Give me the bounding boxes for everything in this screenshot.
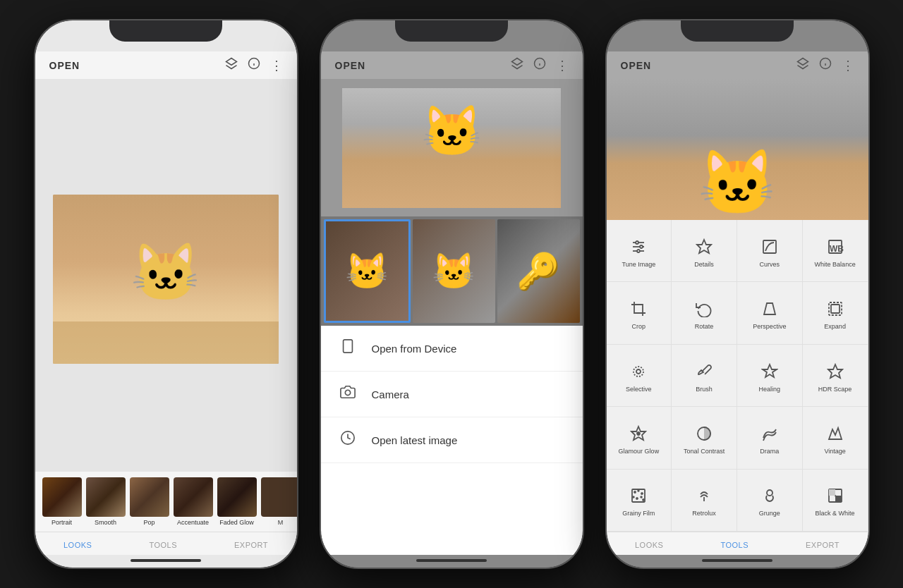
svg-marker-12 (797, 59, 808, 66)
nav-export-1[interactable]: EXPORT (234, 541, 268, 549)
tools-photo-area (607, 79, 868, 220)
latest-image-item[interactable]: Open latest image (321, 417, 583, 463)
tool-label-retrolux: Retrolux (692, 510, 716, 517)
gallery-item-1[interactable]: 🐱 (324, 219, 411, 323)
tool-hdr[interactable]: HDR Scape (803, 345, 868, 407)
layers-icon-3[interactable] (796, 57, 809, 73)
retrolux-icon (696, 485, 713, 506)
filter-label-accentuate: Accentuate (177, 519, 209, 526)
filter-label-pop: Pop (143, 519, 154, 526)
notch-3 (681, 20, 794, 42)
tool-crop[interactable]: Crop (607, 282, 672, 344)
tool-details[interactable]: Details (672, 220, 737, 282)
open-title-3: OPEN (621, 60, 652, 71)
tool-healing[interactable]: Healing (737, 345, 803, 407)
cat-image-1 (53, 195, 279, 364)
filter-thumb-smooth (86, 477, 126, 517)
screen-1: OPEN ⋮ (35, 20, 297, 568)
tool-tune-image[interactable]: Tune Image (607, 220, 672, 282)
layers-icon-1[interactable] (225, 57, 238, 73)
gallery-strip: 🐱 🐱 🔑 (321, 216, 583, 326)
svg-point-43 (636, 498, 638, 499)
tool-white-balance[interactable]: WB White Balance (803, 220, 868, 282)
top-bar-icons-3: ⋮ (796, 57, 854, 73)
info-icon-2[interactable] (533, 57, 546, 73)
phone-3: OPEN ⋮ (605, 19, 870, 569)
filter-strip: Portrait Smooth Pop Accentuate Faded Glo… (35, 472, 297, 532)
svg-marker-29 (764, 303, 775, 314)
tool-label-vintage: Vintage (824, 448, 845, 455)
info-icon-3[interactable] (819, 57, 832, 73)
gallery-item-2[interactable]: 🐱 (413, 219, 495, 323)
tool-brush[interactable]: Brush (672, 345, 737, 407)
tool-expand[interactable]: Expand (803, 282, 868, 344)
notch-2 (395, 20, 508, 42)
filter-faded-glow[interactable]: Faded Glow (217, 477, 257, 526)
more-icon-3[interactable]: ⋮ (842, 58, 854, 73)
gallery-item-3[interactable]: 🔑 (497, 219, 580, 323)
tool-label-brush: Brush (696, 386, 713, 393)
camera-item[interactable]: Camera (321, 372, 583, 417)
top-bar-icons-2: ⋮ (511, 57, 569, 73)
svg-text:WB: WB (830, 244, 844, 254)
nav-looks-3[interactable]: LOOKS (635, 541, 663, 549)
filter-thumb-faded (217, 477, 257, 517)
device-icon (338, 338, 358, 358)
tool-label-rotate: Rotate (695, 323, 714, 331)
tool-tonal[interactable]: Tonal Contrast (672, 407, 737, 469)
svg-point-33 (634, 367, 643, 376)
tool-rotate[interactable]: Rotate (672, 282, 737, 344)
tool-label-hdr: HDR Scape (818, 386, 852, 393)
tool-label-tune: Tune Image (622, 261, 656, 269)
open-from-device-item[interactable]: Open from Device (321, 326, 583, 372)
filter-label-faded: Faded Glow (219, 519, 254, 526)
info-icon-1[interactable] (248, 57, 260, 73)
svg-marker-4 (511, 59, 522, 66)
more-icon-1[interactable]: ⋮ (270, 58, 283, 73)
filter-accentuate[interactable]: Accentuate (174, 477, 213, 526)
latest-label: Open latest image (372, 434, 458, 446)
grainy-icon (630, 485, 647, 506)
bottom-nav-1: LOOKS TOOLS EXPORT (35, 532, 297, 555)
tool-label-glamour: Glamour Glow (619, 448, 660, 455)
filter-smooth[interactable]: Smooth (86, 477, 126, 526)
nav-export-3[interactable]: EXPORT (806, 541, 840, 549)
nav-looks-1[interactable]: LOOKS (63, 541, 92, 549)
tool-glamour[interactable]: Glamour Glow (607, 407, 672, 469)
preview-photo: 🐱 (342, 88, 561, 208)
tool-grainy[interactable]: Grainy Film (607, 470, 672, 532)
grunge-icon (761, 485, 778, 506)
tool-curves[interactable]: Curves (737, 220, 803, 282)
tool-retrolux[interactable]: Retrolux (672, 470, 737, 532)
svg-point-36 (637, 432, 640, 435)
nav-tools-3[interactable]: TOOLS (720, 541, 749, 549)
more-icon-2[interactable]: ⋮ (556, 58, 569, 73)
bottom-nav-3: LOOKS TOOLS EXPORT (607, 532, 868, 555)
filter-portrait[interactable]: Portrait (42, 477, 82, 526)
camera-icon (338, 384, 358, 404)
svg-rect-31 (831, 305, 840, 313)
bw-icon (827, 485, 844, 506)
tool-bw[interactable]: Black & White (803, 470, 868, 532)
open-menu: Open from Device Camera (321, 326, 583, 555)
svg-rect-49 (829, 489, 835, 496)
tool-selective[interactable]: Selective (607, 345, 672, 407)
tool-vintage[interactable]: Vintage (803, 407, 868, 469)
tool-perspective[interactable]: Perspective (737, 282, 803, 344)
nav-tools-1[interactable]: TOOLS (149, 541, 177, 549)
expand-icon (827, 298, 844, 319)
layers-icon-2[interactable] (511, 57, 523, 73)
curves-icon (761, 236, 778, 257)
filter-label-smooth: Smooth (95, 519, 116, 526)
filter-label-m: M (278, 519, 284, 526)
tune-icon (630, 236, 647, 257)
top-bar-3: OPEN ⋮ (607, 51, 868, 79)
filter-pop[interactable]: Pop (130, 477, 169, 526)
tool-drama[interactable]: Drama (737, 407, 803, 469)
svg-point-44 (641, 497, 643, 498)
tool-grunge[interactable]: Grunge (737, 470, 803, 532)
main-photo (53, 195, 279, 364)
tool-label-perspective: Perspective (753, 323, 786, 331)
home-indicator-1 (131, 559, 201, 562)
filter-m[interactable]: M (261, 477, 297, 526)
